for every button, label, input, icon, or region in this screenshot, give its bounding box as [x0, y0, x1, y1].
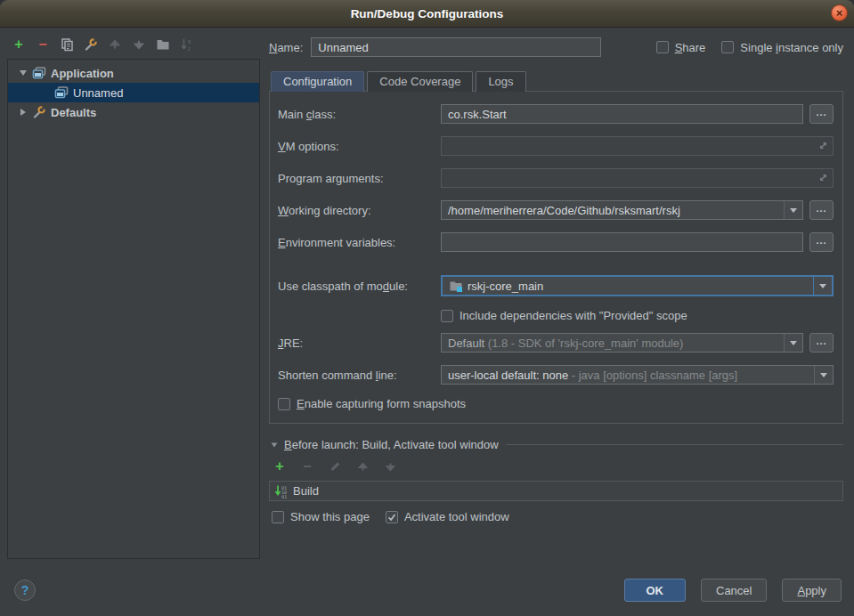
cancel-button[interactable]: Cancel [701, 579, 767, 602]
collapse-section-icon[interactable] [271, 442, 278, 448]
name-input[interactable] [311, 37, 601, 57]
add-task-button[interactable]: + [272, 458, 288, 474]
combo-dropdown-button[interactable] [813, 277, 832, 295]
close-button[interactable]: × [831, 4, 848, 21]
checkbox-icon[interactable] [441, 310, 453, 322]
create-folder-button[interactable] [155, 36, 171, 53]
arrow-up-icon [357, 461, 369, 473]
share-label: Share [675, 41, 706, 54]
tab-code-coverage[interactable]: Code Coverage [367, 71, 473, 92]
task-label: Build [293, 484, 319, 498]
tree-item-defaults[interactable]: Defaults [8, 102, 259, 122]
before-launch-header: Before launch: Build, Activate tool wind… [271, 438, 843, 451]
close-icon: × [836, 7, 843, 19]
activate-tool-window-checkbox[interactable]: Activate tool window [386, 510, 509, 523]
environment-variables-label: Environment variables: [278, 236, 441, 249]
include-provided-checkbox[interactable]: Include dependencies with "Provided" sco… [441, 309, 687, 322]
edit-task-button[interactable] [327, 458, 343, 474]
jre-browse-button[interactable]: ... [809, 333, 834, 353]
combo-dropdown-button[interactable] [784, 201, 802, 219]
program-arguments-label: Program arguments: [278, 172, 441, 185]
configurations-tree: Application Unnamed [7, 59, 260, 559]
environment-variables-field[interactable] [441, 232, 803, 252]
vm-options-field[interactable] [441, 136, 834, 156]
show-this-page-checkbox[interactable]: Show this page [272, 510, 370, 523]
application-icon [54, 85, 69, 100]
expand-field-icon[interactable] [817, 172, 829, 183]
module-icon [449, 279, 463, 293]
shorten-command-line-label: Shorten command line: [278, 369, 441, 382]
move-task-down-button[interactable] [382, 458, 398, 474]
ok-button[interactable]: OK [624, 579, 687, 602]
arrow-down-icon [385, 461, 396, 473]
jre-label: JRE: [278, 336, 441, 350]
add-configuration-button[interactable]: + [11, 36, 27, 53]
checkbox-icon[interactable] [278, 398, 290, 410]
expand-collapse-icon[interactable] [17, 109, 28, 116]
working-directory-browse-button[interactable]: ... [809, 200, 834, 220]
main-class-field[interactable]: co.rsk.Start [441, 104, 803, 124]
environment-variables-browse-button[interactable]: ... [809, 232, 834, 252]
checkbox-icon[interactable] [721, 41, 734, 53]
minus-icon: − [38, 37, 46, 52]
header-checkboxes: Share Single instance only [656, 41, 843, 54]
remove-configuration-button[interactable]: − [35, 36, 51, 53]
minus-icon: − [303, 459, 311, 474]
plus-icon: + [14, 37, 22, 52]
classpath-module-combo[interactable]: rskj-core_main [441, 275, 834, 296]
tree-item-unnamed[interactable]: Unnamed [8, 83, 259, 102]
titlebar[interactable]: Run/Debug Configurations × [0, 0, 854, 28]
checkbox-icon[interactable] [272, 511, 284, 523]
working-directory-row: Working directory: /home/meriherrera/Cod… [278, 200, 834, 220]
move-up-button[interactable] [107, 36, 123, 53]
arrow-down-icon [133, 38, 145, 51]
chevron-down-icon [790, 341, 797, 345]
before-launch-checkboxes: Show this page Activate tool window [269, 510, 843, 523]
configurations-sidebar: + − [7, 35, 260, 570]
move-down-button[interactable] [131, 36, 147, 53]
move-task-up-button[interactable] [354, 458, 370, 474]
question-mark-icon: ? [21, 583, 29, 597]
shorten-command-line-combo[interactable]: user-local default: none - java [options… [441, 365, 834, 385]
dialog-body: + − [0, 28, 854, 570]
help-button[interactable]: ? [14, 580, 36, 601]
tab-logs[interactable]: Logs [476, 71, 525, 92]
apply-button[interactable]: Apply [782, 579, 842, 602]
svg-text:a: a [188, 38, 191, 45]
folder-icon [156, 37, 170, 52]
vm-options-row: VM options: [278, 136, 834, 156]
jre-combo[interactable]: Default (1.8 - SDK of 'rskj-core_main' m… [441, 333, 803, 353]
expand-field-icon[interactable] [817, 140, 829, 151]
sort-configurations-button[interactable]: a z [179, 36, 195, 53]
expand-collapse-icon[interactable] [17, 70, 28, 76]
configurations-toolbar: + − [7, 35, 260, 59]
program-arguments-field[interactable] [441, 168, 834, 188]
checkbox-checked-icon[interactable] [386, 511, 398, 523]
combo-dropdown-button[interactable] [784, 334, 802, 352]
editor-tabs: Configuration Code Coverage Logs [271, 70, 843, 91]
working-directory-combo[interactable]: /home/meriherrera/Code/Github/rsksmart/r… [441, 200, 803, 220]
dialog-footer: ? OK Cancel Apply [0, 570, 854, 616]
remove-task-button[interactable]: − [299, 458, 315, 474]
show-this-page-label: Show this page [290, 510, 370, 523]
before-launch-task-build[interactable]: 01 10 01 Build [269, 481, 843, 501]
window-title: Run/Debug Configurations [351, 7, 504, 20]
combo-dropdown-button[interactable] [814, 366, 833, 384]
tab-configuration[interactable]: Configuration [271, 71, 364, 92]
tree-item-application[interactable]: Application [8, 63, 259, 83]
main-class-label: Main class: [278, 108, 441, 121]
configuration-tab-panel: Main class: co.rsk.Start ... VM options: [269, 91, 843, 424]
ellipsis-icon: ... [816, 203, 826, 214]
tree-item-label: Defaults [51, 106, 96, 119]
share-checkbox[interactable]: Share [656, 41, 706, 54]
copy-configuration-button[interactable] [59, 36, 75, 53]
ellipsis-icon: ... [816, 235, 826, 246]
capture-snapshots-checkbox[interactable]: Enable capturing form snapshots [278, 397, 466, 410]
checkbox-icon[interactable] [656, 41, 669, 53]
single-instance-checkbox[interactable]: Single instance only [721, 41, 843, 54]
include-provided-row: Include dependencies with "Provided" sco… [441, 309, 834, 322]
main-class-browse-button[interactable]: ... [809, 104, 834, 124]
include-provided-label: Include dependencies with "Provided" sco… [460, 309, 687, 322]
build-icon: 01 10 01 [274, 484, 289, 498]
edit-defaults-button[interactable] [83, 36, 99, 53]
